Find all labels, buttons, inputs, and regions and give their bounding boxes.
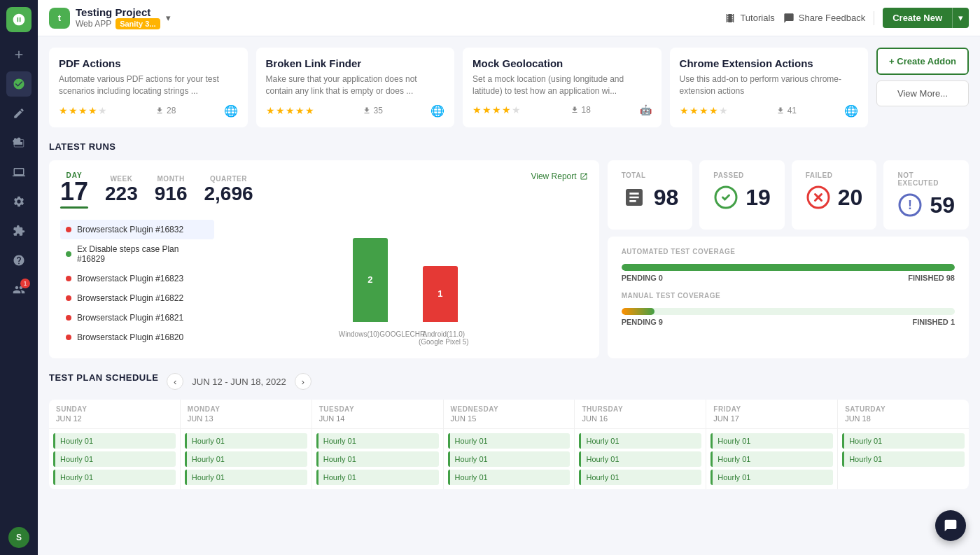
schedule-item[interactable]: Hourly 01 bbox=[448, 433, 570, 449]
stat-cards-row: TOTAL 98 PASSED bbox=[608, 160, 969, 230]
share-feedback-button[interactable]: Share Feedback bbox=[783, 13, 865, 24]
schedule-next-button[interactable]: › bbox=[295, 373, 312, 390]
run-item-2[interactable]: Browserstack Plugin #16823 bbox=[60, 269, 214, 288]
chat-button[interactable] bbox=[935, 510, 966, 541]
download-icon bbox=[363, 106, 371, 115]
sidebar-item-settings[interactable] bbox=[6, 189, 31, 214]
globe-icon: 🌐 bbox=[430, 104, 444, 118]
schedule-title: TEST PLAN SCHEDULE bbox=[49, 372, 158, 383]
schedule-day-thursday: THURSDAY JUN 16 Hourly 01 Hourly 01 Hour… bbox=[575, 400, 706, 489]
runs-stats: DAY 17 WEEK 223 MONTH 916 QUARTER 2,6 bbox=[60, 171, 588, 209]
run-status-dot bbox=[66, 251, 71, 257]
header: t Testing Project Web APP Sanity 3... ▾ … bbox=[38, 0, 980, 36]
avatar[interactable]: S bbox=[8, 527, 29, 548]
schedule-item[interactable]: Hourly 01 bbox=[185, 451, 307, 467]
schedule-item[interactable]: Hourly 01 bbox=[185, 433, 307, 449]
content-area: PDF Actions Automate various PDF actions… bbox=[38, 36, 980, 555]
schedule-item[interactable]: Hourly 01 bbox=[579, 433, 701, 449]
sidebar-logo[interactable] bbox=[6, 7, 31, 32]
tutorials-icon bbox=[724, 13, 736, 24]
schedule-item[interactable]: Hourly 01 bbox=[579, 470, 701, 485]
addon-card-broken-link: Broken Link Finder Make sure that your a… bbox=[256, 48, 455, 127]
schedule-prev-button[interactable]: ‹ bbox=[167, 373, 183, 390]
sidebar-item-team[interactable]: 1 bbox=[6, 277, 31, 302]
runs-chart: 2 1 Windows(10)GOOGLECHR... Andr bbox=[223, 220, 588, 347]
schedule-item[interactable]: Hourly 01 bbox=[710, 470, 833, 485]
create-addon-button[interactable]: + Create Addon bbox=[876, 48, 969, 75]
run-item-4[interactable]: Browserstack Plugin #16821 bbox=[60, 308, 214, 328]
schedule-item[interactable]: Hourly 01 bbox=[448, 470, 570, 485]
header-right: Tutorials Share Feedback Create New ▾ bbox=[724, 8, 969, 28]
stat-week: WEEK 223 bbox=[105, 175, 138, 205]
header-project-name: Testing Project Web APP Sanity 3... bbox=[76, 6, 160, 29]
runs-right-panel: TOTAL 98 PASSED bbox=[608, 160, 969, 358]
schedule-day-tuesday: TUESDAY JUN 14 Hourly 01 Hourly 01 Hourl… bbox=[312, 400, 444, 489]
sidebar-item-plugins[interactable] bbox=[6, 218, 31, 244]
schedule-item[interactable]: Hourly 01 bbox=[185, 470, 307, 485]
sidebar: 1 S bbox=[0, 0, 38, 555]
total-icon bbox=[623, 186, 645, 209]
stat-card-total: TOTAL 98 bbox=[608, 160, 693, 230]
tutorials-button[interactable]: Tutorials bbox=[724, 13, 774, 24]
sidebar-item-monitor[interactable] bbox=[6, 160, 31, 185]
addon-card-geolocation: Mock Geolocation Set a mock location (us… bbox=[463, 48, 662, 127]
manual-coverage-bar: PENDING 9 FINISHED 1 bbox=[622, 308, 955, 326]
globe-icon: 🌐 bbox=[844, 104, 858, 118]
auto-coverage-bar: PENDING 0 FINISHED 98 bbox=[622, 264, 955, 282]
chart-bar-green: 2 bbox=[353, 238, 388, 322]
sidebar-item-edit[interactable] bbox=[6, 101, 31, 126]
run-status-dot bbox=[66, 227, 71, 232]
platform-icons: 🤖 bbox=[640, 104, 652, 115]
header-divider bbox=[874, 11, 874, 25]
schedule-item[interactable]: Hourly 01 bbox=[53, 470, 176, 485]
stat-month: MONTH 916 bbox=[155, 175, 188, 205]
create-new-group: Create New ▾ bbox=[883, 8, 969, 28]
coverage-panel: AUTOMATED TEST COVERAGE PENDING 0 FINISH… bbox=[608, 237, 969, 358]
day-underline bbox=[60, 206, 88, 209]
sidebar-item-help[interactable] bbox=[6, 248, 31, 273]
schedule-item[interactable]: Hourly 01 bbox=[842, 433, 965, 449]
run-item-1[interactable]: Ex Disable steps case Plan #16829 bbox=[60, 239, 214, 269]
download-icon bbox=[570, 106, 579, 114]
schedule-grid: SUNDAY JUN 12 Hourly 01 Hourly 01 Hourly… bbox=[49, 400, 969, 489]
schedule-item[interactable]: Hourly 01 bbox=[448, 451, 570, 467]
header-logo: t bbox=[49, 8, 70, 29]
addon-card-pdf: PDF Actions Automate various PDF actions… bbox=[49, 48, 248, 127]
schedule-item[interactable]: Hourly 01 bbox=[316, 470, 439, 485]
view-more-button[interactable]: View More... bbox=[876, 80, 969, 106]
schedule-item[interactable]: Hourly 01 bbox=[710, 433, 833, 449]
external-link-icon bbox=[580, 172, 588, 181]
addons-row: PDF Actions Automate various PDF actions… bbox=[49, 48, 969, 127]
chart-bar-group-1: 1 bbox=[423, 266, 458, 322]
schedule-item[interactable]: Hourly 01 bbox=[316, 451, 439, 467]
run-item-0[interactable]: Browserstack Plugin #16832 bbox=[60, 220, 214, 239]
header-dropdown-chevron[interactable]: ▾ bbox=[166, 13, 171, 23]
schedule-header: TEST PLAN SCHEDULE ‹ JUN 12 - JUN 18, 20… bbox=[49, 372, 969, 391]
run-item-3[interactable]: Browserstack Plugin #16822 bbox=[60, 288, 214, 308]
schedule-item[interactable]: Hourly 01 bbox=[53, 451, 176, 467]
team-badge: 1 bbox=[20, 279, 30, 288]
schedule-item[interactable]: Hourly 01 bbox=[710, 451, 833, 467]
run-item-5[interactable]: Browserstack Plugin #16820 bbox=[60, 328, 214, 347]
schedule-item[interactable]: Hourly 01 bbox=[316, 433, 439, 449]
chart-x-labels: Windows(10)GOOGLECHR... Android(11.0) (G… bbox=[223, 330, 588, 346]
schedule-day-wednesday: WEDNESDAY JUN 15 Hourly 01 Hourly 01 Hou… bbox=[444, 400, 575, 489]
schedule-day-sunday: SUNDAY JUN 12 Hourly 01 Hourly 01 Hourly… bbox=[49, 400, 181, 489]
run-status-dot bbox=[66, 276, 71, 281]
run-status-dot bbox=[66, 315, 71, 321]
schedule-item[interactable]: Hourly 01 bbox=[842, 451, 965, 467]
chart-bar-red: 1 bbox=[423, 266, 458, 322]
schedule-item[interactable]: Hourly 01 bbox=[53, 433, 176, 449]
create-new-button[interactable]: Create New bbox=[883, 8, 952, 28]
stat-card-failed: FAILED 20 bbox=[792, 160, 877, 230]
schedule-item[interactable]: Hourly 01 bbox=[579, 451, 701, 467]
runs-body: Browserstack Plugin #16832 Ex Disable st… bbox=[60, 220, 588, 347]
failed-icon bbox=[806, 185, 831, 210]
create-new-dropdown-button[interactable]: ▾ bbox=[952, 8, 969, 28]
sidebar-item-dashboard[interactable] bbox=[6, 71, 31, 97]
sidebar-item-projects[interactable] bbox=[6, 130, 31, 155]
view-report-link[interactable]: View Report bbox=[531, 171, 587, 181]
chart-bar-group-0: 2 bbox=[353, 238, 388, 322]
sidebar-item-add[interactable] bbox=[6, 42, 31, 67]
svg-text:!: ! bbox=[908, 198, 912, 212]
